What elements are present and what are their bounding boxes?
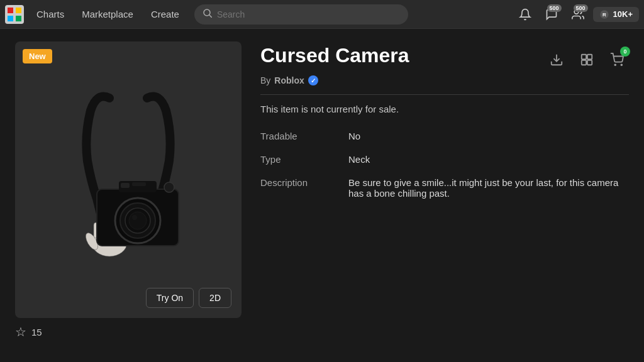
svg-line-6 [209,15,212,18]
svg-rect-3 [8,16,13,21]
type-label: Type [260,148,348,171]
navbar: Charts Marketplace Create 500 [0,0,644,29]
try-on-button[interactable]: Try On [146,288,194,308]
verified-icon: ✓ [308,75,318,85]
type-value: Neck [348,148,629,171]
search-icon [203,9,212,20]
svg-point-25 [129,212,147,229]
item-title-row: Cursed Camera [260,44,629,72]
svg-rect-27 [121,183,130,188]
svg-rect-1 [8,8,13,13]
by-prefix: By [260,75,270,85]
chat-button-2[interactable]: 500 [567,3,589,26]
nav-charts[interactable]: Charts [29,0,72,29]
tradable-value: No [348,124,629,148]
tradable-label: Tradable [260,124,348,148]
cart-badge: 0 [620,47,630,57]
item-title: Cursed Camera [260,44,409,67]
search-bar [194,4,408,25]
svg-text:R: R [602,11,606,17]
tradable-row: Tradable No [260,124,629,148]
chat-button-1[interactable]: 500 [540,3,563,26]
svg-rect-33 [582,60,586,65]
item-actions: Try On 2D [146,288,231,308]
svg-rect-32 [587,55,592,59]
robux-display[interactable]: R 10K+ [593,7,639,22]
cart-button[interactable]: 0 [605,48,629,72]
svg-rect-2 [16,8,21,13]
main-content: New [0,29,644,362]
nav-marketplace[interactable]: Marketplace [74,0,141,29]
svg-point-36 [621,64,622,65]
description-label: Description [260,171,348,205]
logo-icon[interactable] [5,5,24,24]
search-input[interactable] [217,9,399,19]
details-table: Tradable No Type Neck Description Be sur… [260,124,629,205]
left-panel: New [15,41,242,349]
item-image-container: New [15,41,242,318]
svg-point-29 [164,182,174,192]
not-for-sale-text: This item is not currently for sale. [260,104,629,114]
description-value: Be sure to give a smile...it might just … [348,171,629,205]
chat-badge-1: 500 [547,4,562,13]
by-row: By Roblox ✓ [260,75,629,85]
svg-rect-4 [16,16,21,21]
description-row: Description Be sure to give a smile...it… [260,171,629,205]
nav-create[interactable]: Create [143,0,187,29]
right-panel: Cursed Camera [260,41,629,349]
view-2d-button[interactable]: 2D [199,288,231,308]
type-row: Type Neck [260,148,629,171]
nav-right: 500 500 R 10K+ [514,3,639,26]
robux-amount: 10K+ [613,9,633,19]
customize-button[interactable] [575,48,599,72]
svg-rect-31 [582,55,586,59]
favorites-count: 15 [31,327,42,337]
divider-1 [260,94,629,95]
svg-point-26 [132,215,137,220]
favorites-row: ☆ 15 [15,324,242,339]
svg-rect-34 [587,60,592,65]
new-badge: New [23,49,52,63]
creator-link[interactable]: Roblox [274,75,304,85]
item-image [47,85,210,274]
notifications-button[interactable] [514,3,536,26]
chat-badge-2: 500 [574,4,588,13]
title-icons: 0 [545,48,629,72]
favorite-star-icon[interactable]: ☆ [15,324,26,339]
svg-rect-28 [132,182,146,186]
svg-point-35 [614,64,616,65]
download-button[interactable] [545,48,569,72]
